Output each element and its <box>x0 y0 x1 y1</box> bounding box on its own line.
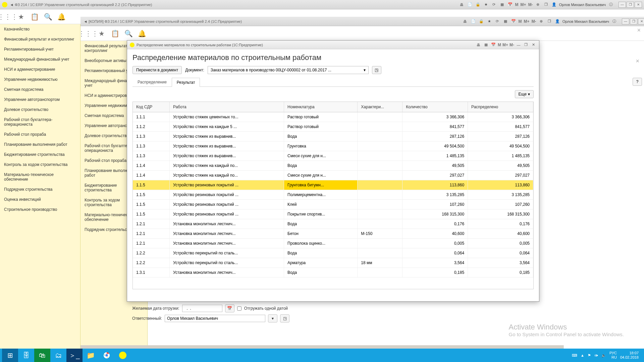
table-row[interactable]: 1.2.1Установка монолитных лестнич...Пров… <box>133 239 533 248</box>
info-icon[interactable]: ⓘ <box>611 18 617 24</box>
form-help-button[interactable]: ? <box>633 78 642 86</box>
open-ref-button[interactable]: ◳ <box>280 314 289 322</box>
calendar-icon[interactable]: 📅 <box>507 2 513 8</box>
table-row[interactable]: 1.2.1Установка монолитных лестнич...Вода… <box>133 219 533 229</box>
table-row[interactable]: 1.1.5Устройство резиновых покрытий ...По… <box>133 190 533 200</box>
search-icon[interactable]: 🔍 <box>125 30 132 37</box>
calendar-icon[interactable]: 📅 <box>511 18 517 24</box>
grid-icon[interactable]: ▦ <box>502 18 508 24</box>
memory-m-minus[interactable]: M- <box>509 43 514 47</box>
tray-network-icon[interactable]: 🕪 <box>594 353 598 357</box>
table-row[interactable]: 1.1.3Устройство стяжек из выравнив...Сме… <box>133 151 533 161</box>
refresh-icon[interactable]: ⟳ <box>491 2 497 8</box>
table-row[interactable]: 1.1.3Устройство стяжек из выравнив...Гру… <box>133 141 533 151</box>
taskbar-folder-icon[interactable]: 📁 <box>83 349 99 362</box>
chevron-down-icon[interactable]: ▾ <box>364 68 366 72</box>
apps-icon[interactable]: ⋮⋮⋮ <box>85 30 92 37</box>
sidebar-item[interactable]: Рабочий стол бухгалтера-операциониста <box>0 115 80 129</box>
sidebar-item[interactable]: Казначейство <box>0 24 80 34</box>
column-header[interactable]: Распределено <box>468 102 533 112</box>
zoom-icon[interactable]: ⊕ <box>538 18 544 24</box>
zoom-icon[interactable]: ⊕ <box>535 2 541 8</box>
memory-m-minus[interactable]: M- <box>528 2 533 7</box>
memory-m-minus[interactable]: M- <box>532 19 536 24</box>
print-icon[interactable]: 🖶 <box>462 18 468 24</box>
sidebar-item[interactable]: Долевое строительство <box>0 105 80 115</box>
table-row[interactable]: 1.1.4Устройство стяжек на каждый по...См… <box>133 171 533 180</box>
sidebar-item[interactable]: НСИ и администрирование <box>0 64 80 74</box>
sidebar-item[interactable]: Строительное производство <box>0 204 80 215</box>
responsible-input[interactable] <box>165 315 265 322</box>
tab-distribution[interactable]: Распределение <box>132 77 172 86</box>
grid-icon[interactable]: ▦ <box>483 42 489 48</box>
bell-icon[interactable]: 🔔 <box>138 30 146 37</box>
clipboard-icon[interactable]: 📋 <box>31 13 38 20</box>
open-document-button[interactable]: ◳ <box>372 66 381 74</box>
memory-m-plus[interactable]: M+ <box>521 2 526 7</box>
calendar-button[interactable]: 📅 <box>225 304 234 312</box>
start-button[interactable]: ⊞ <box>2 349 18 362</box>
search-icon[interactable]: 🔍 <box>44 13 52 20</box>
refresh-icon[interactable]: ⟳ <box>494 18 500 24</box>
column-header[interactable]: Количество <box>402 102 468 112</box>
maximize-button[interactable]: ❐ <box>630 18 637 24</box>
favorite-icon[interactable]: ★ <box>98 30 105 37</box>
result-grid[interactable]: Код СДРРаботаНоменклатураХарактери...Кол… <box>132 102 534 289</box>
tray-clock[interactable]: 18:07 04.02.2018 <box>620 351 639 360</box>
taskbar-explorer-icon[interactable]: 🗂 <box>50 349 66 362</box>
taskbar-chrome-icon[interactable] <box>99 349 115 362</box>
sidebar-item[interactable]: Сметная подсистема <box>0 84 80 95</box>
taskbar-1c-icon[interactable] <box>115 349 131 362</box>
tray-volume-icon[interactable]: 🔈 <box>601 353 606 358</box>
tray-flag-icon[interactable]: ⚑ <box>588 353 591 358</box>
doc-icon[interactable]: 📄 <box>467 2 473 8</box>
minimize-button[interactable]: — <box>516 42 522 48</box>
sidebar-item[interactable]: Подрядчик строительства <box>0 184 80 194</box>
close-button[interactable]: ✕ <box>635 2 642 8</box>
table-row[interactable]: 1.1.3Устройство стяжек из выравнив...Вод… <box>133 132 533 141</box>
memory-m[interactable]: M <box>515 2 519 7</box>
sidebar-item[interactable]: Финансовый результат и контроллинг <box>0 34 80 44</box>
sidebar-item[interactable]: Рабочий стол прораба <box>0 129 80 139</box>
calendar-icon[interactable]: 📅 <box>490 42 496 48</box>
star-icon[interactable]: ★ <box>483 2 489 8</box>
memory-m[interactable]: M <box>519 19 522 24</box>
favorite-icon[interactable]: ★ <box>17 13 25 20</box>
sidebar-item[interactable]: Материально-техническое обеспечение <box>0 170 80 184</box>
ship-single-date-checkbox[interactable] <box>237 306 241 311</box>
column-header[interactable]: Характери... <box>358 102 402 112</box>
minimize-button[interactable]: — <box>622 18 629 24</box>
taskbar-store-icon[interactable]: 🛍 <box>34 349 50 362</box>
more-button[interactable]: Еще ▾ <box>515 90 534 98</box>
grid-icon[interactable]: ▦ <box>499 2 505 8</box>
windows-icon[interactable]: ❐ <box>546 18 552 24</box>
table-row[interactable]: 1.1.4Устройство стяжек на каждый по...Во… <box>133 161 533 171</box>
table-row[interactable]: 1.2.1Установка монолитных лестнич...Бето… <box>133 229 533 239</box>
sidebar-item[interactable]: Контроль за ходом строительства <box>0 160 80 170</box>
column-header[interactable]: Номенклатура <box>284 102 358 112</box>
form-close-icon[interactable]: × <box>636 58 639 65</box>
clipboard-icon[interactable]: 📋 <box>111 30 119 37</box>
column-header[interactable]: Код СДР <box>133 102 170 112</box>
doc-icon[interactable]: 📄 <box>470 18 476 24</box>
panel-close-icon[interactable]: × <box>637 27 641 34</box>
table-row[interactable]: 1.1.1Устройство стяжек цементных то...Ра… <box>133 112 533 122</box>
taskbar-powershell-icon[interactable]: ＞_ <box>66 349 83 362</box>
sidebar-item[interactable]: Оценка инвестиций <box>0 194 80 204</box>
tray-keyboard-icon[interactable]: ⌨ <box>572 353 577 358</box>
tray-up-icon[interactable]: ▲ <box>581 353 584 357</box>
memory-m-plus[interactable]: M+ <box>524 19 530 24</box>
sidebar-item[interactable]: Управление автотранспортом <box>0 95 80 105</box>
table-row[interactable]: 1.1.5Устройство резиновых покрытий ...По… <box>133 209 533 219</box>
table-row[interactable]: 1.3.1Установка монолитных лестнич...Вода… <box>133 268 533 278</box>
transfer-button[interactable]: Перенести в документ <box>132 66 182 74</box>
tab-result[interactable]: Результат <box>172 78 200 87</box>
document-field[interactable]: Заказ материалов в производство 00ЦУ-000… <box>208 66 369 74</box>
sidebar-item[interactable]: Управление недвижимостью <box>0 74 80 84</box>
bell-icon[interactable]: 🔔 <box>58 13 65 20</box>
lock-icon[interactable]: 🔒 <box>478 18 484 24</box>
tray-lang[interactable]: РУС RU <box>609 351 617 360</box>
print-icon[interactable]: 🖶 <box>459 2 465 8</box>
maximize-button[interactable]: ❐ <box>627 2 634 8</box>
apps-icon[interactable]: ⋮⋮⋮ <box>4 13 11 20</box>
